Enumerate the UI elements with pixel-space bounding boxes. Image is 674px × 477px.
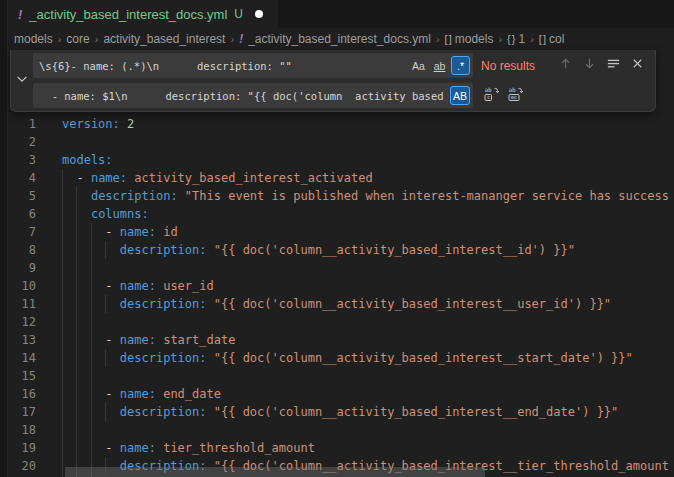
line-number: 15 [8,367,36,385]
code-line[interactable]: 5 description: "This event is published … [8,187,674,205]
breadcrumb-label: models [455,32,494,46]
line-number: 2 [8,133,36,151]
code-line[interactable]: 17 description: "{{ doc('column__activit… [8,403,674,421]
svg-text:ac: ac [510,94,517,100]
line-number: 8 [8,241,36,259]
replace-all-icon: ab ac [507,86,523,106]
replace-input[interactable]: - name: $1\n description: "{{ doc('colum… [33,83,473,108]
breadcrumb: models›core›activity_based_interest›!_ac… [8,28,674,50]
find-input[interactable]: \s{6}- name: (.*)\n description: "" Aa a… [33,53,473,78]
code-line[interactable]: 16 - name: end_date [8,385,674,403]
code-line[interactable]: 9 [8,259,674,277]
selection-lines-icon [606,56,621,75]
svg-text:ab: ab [484,86,492,93]
horizontal-scrollbar[interactable] [65,467,485,477]
find-row: \s{6}- name: (.*)\n description: "" Aa a… [33,53,649,78]
replace-row: - name: $1\n description: "{{ doc('colum… [33,83,649,108]
previous-match-button[interactable] [554,54,577,77]
breadcrumb-separator-icon: › [230,33,234,45]
code-line[interactable]: 13 - name: start_date [8,331,674,349]
line-content: - name: id [62,223,178,241]
array-symbol-icon: [ ] [445,33,451,45]
code-line[interactable]: 14 description: "{{ doc('column__activit… [8,349,674,367]
breadcrumb-label: _activity_based_interest_docs.yml [248,32,431,46]
close-button[interactable] [626,54,649,77]
line-number: 19 [8,439,36,457]
toggle-replace-button[interactable] [11,50,33,111]
breadcrumb-separator-icon: › [58,33,62,45]
code-line[interactable]: 8 description: "{{ doc('column__activity… [8,241,674,259]
line-content: description: "{{ doc('column__activity_b… [62,403,618,421]
breadcrumb-item[interactable]: activity_based_interest [103,32,225,46]
editor-content[interactable]: 1version: 223models:4 - name: activity_b… [8,115,674,475]
breadcrumb-item[interactable]: !_activity_based_interest_docs.yml [239,32,431,46]
breadcrumb-item[interactable]: [ ]col [539,32,565,46]
line-content: - name: end_date [62,385,221,403]
regex-button[interactable]: .* [451,56,470,75]
code-line[interactable]: 18 [8,421,674,439]
code-line[interactable]: 1version: 2 [8,115,674,133]
line-number: 18 [8,421,36,439]
code-line[interactable]: 6 columns: [8,205,674,223]
breadcrumb-item[interactable]: { }1 [507,32,525,46]
preserve-case-button[interactable]: AB [450,86,470,105]
code-line[interactable]: 7 - name: id [8,223,674,241]
yaml-file-icon: ! [239,32,243,46]
line-number: 4 [8,169,36,187]
chevron-down-icon [15,72,29,90]
breadcrumb-item[interactable]: [ ]models [445,32,494,46]
line-number: 11 [8,295,36,313]
code-line[interactable]: 2 [8,133,674,151]
line-content: columns: [62,205,149,223]
line-content: - name: activity_based_interest_activate… [62,169,373,187]
breadcrumb-label: 1 [519,32,526,46]
match-case-button[interactable]: Aa [409,56,428,75]
breadcrumb-separator-icon: › [530,33,534,45]
code-line[interactable]: 4 - name: activity_based_interest_activa… [8,169,674,187]
breadcrumb-item[interactable]: models [14,32,53,46]
left-edge-strip [0,0,8,477]
replace-all-button[interactable]: ab ac [503,84,526,107]
object-symbol-icon: { } [507,33,514,45]
line-content: description: "{{ doc('column__activity_b… [62,349,633,367]
line-number: 14 [8,349,36,367]
breadcrumb-label: core [66,32,89,46]
line-content: - name: start_date [62,331,235,349]
editor-tab[interactable]: ! _activity_based_interest_docs.yml U [8,0,278,28]
breadcrumb-item[interactable]: core [66,32,89,46]
replace-input-value: - name: $1\n description: "{{ doc('colum… [39,90,450,102]
svg-text:ab: ab [508,86,516,93]
whole-word-button[interactable]: ab [430,56,449,75]
line-content: version: 2 [62,115,134,133]
close-icon [630,56,645,75]
line-number: 1 [8,115,36,133]
breadcrumb-separator-icon: › [498,33,502,45]
code-line[interactable]: 10 - name: user_id [8,277,674,295]
code-line[interactable]: 12 [8,313,674,331]
breadcrumb-separator-icon: › [436,33,440,45]
line-content: description: "{{ doc('column__activity_b… [62,295,611,313]
code-line[interactable]: 3models: [8,151,674,169]
git-status-badge: U [234,7,243,21]
code-line[interactable]: 19 - name: tier_threshold_amount [8,439,674,457]
line-number: 17 [8,403,36,421]
arrow-down-icon [582,56,597,75]
replace-button[interactable]: ab c [479,84,502,107]
line-number: 9 [8,259,36,277]
code-line[interactable]: 11 description: "{{ doc('column__activit… [8,295,674,313]
vscode-window: ! _activity_based_interest_docs.yml U mo… [0,0,674,477]
modified-dot-icon[interactable] [255,10,263,18]
line-number: 16 [8,385,36,403]
line-number: 6 [8,205,36,223]
array-symbol-icon: [ ] [539,33,545,45]
code-line[interactable]: 15 [8,367,674,385]
line-number: 7 [8,223,36,241]
next-match-button[interactable] [578,54,601,77]
line-number: 10 [8,277,36,295]
find-in-selection-button[interactable] [602,54,625,77]
line-number: 20 [8,457,36,475]
line-number: 5 [8,187,36,205]
line-number: 3 [8,151,36,169]
breadcrumb-label: models [14,32,53,46]
line-number: 12 [8,313,36,331]
